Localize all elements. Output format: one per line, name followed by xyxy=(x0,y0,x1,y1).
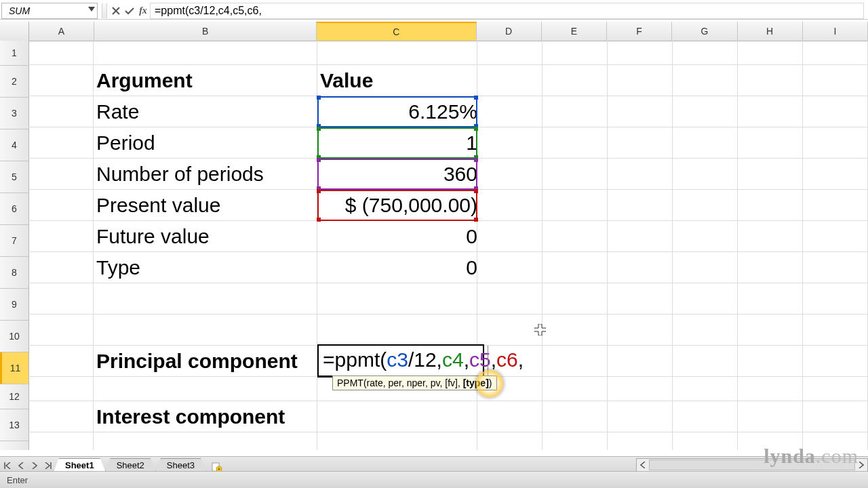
tt-post: ) xyxy=(489,378,492,388)
row-header-12[interactable]: 12 xyxy=(0,384,28,409)
cells-area[interactable]: Argument Value Rate Period Number of per… xyxy=(28,41,868,450)
gridline-col xyxy=(93,41,94,450)
row-header-10[interactable]: 10 xyxy=(0,321,28,352)
name-box-value: SUM xyxy=(9,5,30,16)
cell-C7: 0 xyxy=(317,221,483,252)
tab-nav-prev-icon[interactable] xyxy=(15,460,27,472)
cell-B13: Interest component xyxy=(96,401,317,432)
formula-bar-text: =ppmt(c3/12,c4,c5,c6, xyxy=(155,5,262,17)
tt-fv[interactable]: [fv] xyxy=(445,378,458,388)
tok-com1: , xyxy=(464,348,469,371)
cell-C3: 6.125% xyxy=(317,96,483,127)
tab-sheet3[interactable]: Sheet3 xyxy=(155,458,206,472)
formula-bar-divider xyxy=(102,3,107,18)
row-header-5[interactable]: 5 xyxy=(0,161,28,193)
row-header-8[interactable]: 8 xyxy=(0,257,28,289)
col-header-C[interactable]: C xyxy=(317,22,476,41)
row-header-6[interactable]: 6 xyxy=(0,193,28,225)
tok-slash: /12, xyxy=(408,348,442,371)
tok-c3: c3 xyxy=(387,348,408,371)
gridline-col xyxy=(542,41,542,450)
tab-nav-next-icon[interactable] xyxy=(28,460,41,472)
tab-sheet1-label: Sheet1 xyxy=(65,460,94,470)
gridline-col xyxy=(802,41,803,450)
row-header-7[interactable]: 7 xyxy=(0,225,28,257)
cell-C4: 1 xyxy=(317,127,483,159)
col-header-G[interactable]: G xyxy=(672,22,737,41)
hscroll-thumb[interactable] xyxy=(649,460,855,470)
hscroll-right-icon[interactable] xyxy=(855,460,867,470)
status-mode: Enter xyxy=(7,475,28,485)
formula-input[interactable]: =ppmt(c3/12,c4,c5,c6, xyxy=(150,3,864,19)
cell-B7: Future value xyxy=(96,221,317,252)
cancel-formula-button[interactable] xyxy=(109,3,123,18)
row-header-1[interactable]: 1 xyxy=(0,41,28,66)
tab-sheet2-label: Sheet2 xyxy=(117,460,144,470)
insert-function-button[interactable]: fx xyxy=(136,3,150,18)
cell-B8: Type xyxy=(96,252,317,283)
tab-sheet1[interactable]: Sheet1 xyxy=(54,458,106,472)
tt-pre: PPMT(rate, per, nper, pv, xyxy=(337,378,445,388)
enter-formula-button[interactable] xyxy=(123,3,136,18)
col-header-A[interactable]: A xyxy=(29,22,94,41)
tok-c4: c4 xyxy=(442,348,464,371)
cell-B4: Period xyxy=(96,127,317,159)
row-header-9[interactable]: 9 xyxy=(0,289,28,321)
name-box[interactable]: SUM xyxy=(1,3,98,19)
cell-C6: $ (750,000.00) xyxy=(317,190,483,221)
formula-bar: SUM fx =ppmt(c3/12,c4,c5,c6, xyxy=(0,3,868,20)
row-header-13[interactable]: 13 xyxy=(0,409,28,441)
tab-nav-last-icon[interactable] xyxy=(42,460,54,472)
horizontal-scrollbar[interactable] xyxy=(636,458,868,472)
sheet-tabs-bar: Sheet1 Sheet2 Sheet3 xyxy=(0,456,868,472)
row-header-4[interactable]: 4 xyxy=(0,129,28,161)
cell-B6: Present value xyxy=(96,190,317,221)
cell-B5: Number of periods xyxy=(96,159,317,190)
tt-sel[interactable]: [type] xyxy=(463,378,489,388)
row-headers: 123456789101112131415 xyxy=(0,41,29,450)
cell-C8: 0 xyxy=(317,252,483,283)
tab-sheet3-label: Sheet3 xyxy=(167,460,195,470)
col-header-B[interactable]: B xyxy=(94,22,317,41)
cell-B2: Argument xyxy=(96,65,317,96)
cell-cursor-icon xyxy=(534,324,546,336)
tok-com2: , xyxy=(491,348,496,371)
row-header-3[interactable]: 3 xyxy=(0,98,28,129)
gridline-col xyxy=(672,41,673,450)
row-header-14[interactable]: 14 xyxy=(0,441,28,450)
col-header-F[interactable]: F xyxy=(607,22,672,41)
gridline-col xyxy=(737,41,738,450)
function-tooltip[interactable]: PPMT(rate, per, nper, pv, [fv], [type]) xyxy=(332,375,497,390)
col-header-I[interactable]: I xyxy=(803,22,868,41)
cell-B11: Principal component xyxy=(96,346,317,377)
worksheet-grid: ABCDEFGHI 123456789101112131415 Argument… xyxy=(0,22,868,450)
cell-C11-editing[interactable]: =ppmt(c3/12,c4,c5,c6, xyxy=(317,344,484,378)
name-box-dropdown-icon[interactable] xyxy=(88,7,95,12)
gridline-row xyxy=(28,314,868,314)
new-sheet-button[interactable] xyxy=(209,462,225,472)
cell-C2: Value xyxy=(320,65,475,96)
col-header-E[interactable]: E xyxy=(542,22,607,41)
hscroll-left-icon[interactable] xyxy=(637,460,649,470)
status-bar: Enter xyxy=(0,471,868,488)
col-header-D[interactable]: D xyxy=(477,22,542,41)
cell-B3: Rate xyxy=(96,96,317,127)
row-header-2[interactable]: 2 xyxy=(0,66,28,98)
gridline-col xyxy=(607,41,608,450)
tok-c6: c6 xyxy=(496,348,518,371)
tok-pre: =ppmt( xyxy=(323,348,387,371)
tok-c5: c5 xyxy=(469,348,491,371)
column-headers: ABCDEFGHI xyxy=(0,22,868,41)
select-all-corner[interactable] xyxy=(0,22,29,41)
row-header-11[interactable]: 11 xyxy=(0,352,28,384)
tt-mid: , xyxy=(458,378,463,388)
col-header-H[interactable]: H xyxy=(738,22,803,41)
cell-C5: 360 xyxy=(317,159,483,190)
tok-tail: , xyxy=(518,348,524,371)
tab-nav-first-icon[interactable] xyxy=(1,460,14,472)
tab-sheet2[interactable]: Sheet2 xyxy=(105,458,156,472)
